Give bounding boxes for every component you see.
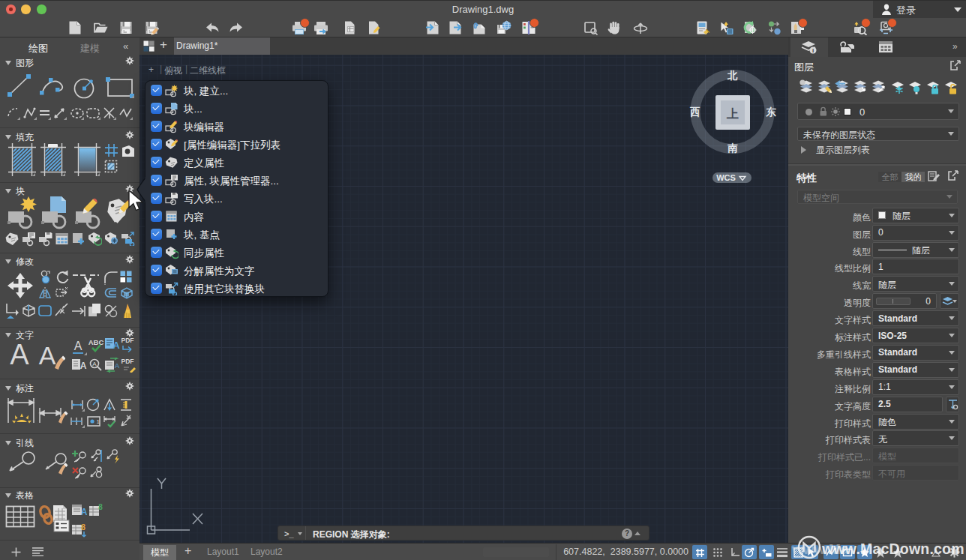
svg-text:A: A [74, 340, 82, 352]
svg-text:东: 东 [765, 106, 776, 118]
svg-text:A: A [81, 507, 88, 517]
svg-text:A: A [115, 362, 119, 370]
svg-text:A: A [92, 361, 97, 367]
svg-text:A: A [39, 341, 56, 370]
svg-text:西: 西 [689, 106, 700, 118]
svg-text:PDF: PDF [122, 337, 134, 344]
svg-text:8: 8 [98, 503, 103, 511]
svg-text:北: 北 [727, 70, 738, 81]
svg-text:A: A [80, 361, 87, 371]
svg-text:上: 上 [726, 107, 739, 120]
svg-text:8: 8 [81, 523, 86, 532]
svg-text:A: A [112, 340, 120, 351]
svg-text:A: A [10, 340, 29, 370]
svg-text:i: i [812, 47, 814, 54]
svg-text:PDF: PDF [122, 358, 134, 365]
svg-text:WCS: WCS [716, 173, 736, 182]
svg-text:www.MacDown.com: www.MacDown.com [821, 541, 964, 557]
svg-text:1: 1 [96, 418, 100, 425]
svg-text:南: 南 [727, 142, 738, 154]
svg-text:ABC: ABC [88, 338, 104, 346]
